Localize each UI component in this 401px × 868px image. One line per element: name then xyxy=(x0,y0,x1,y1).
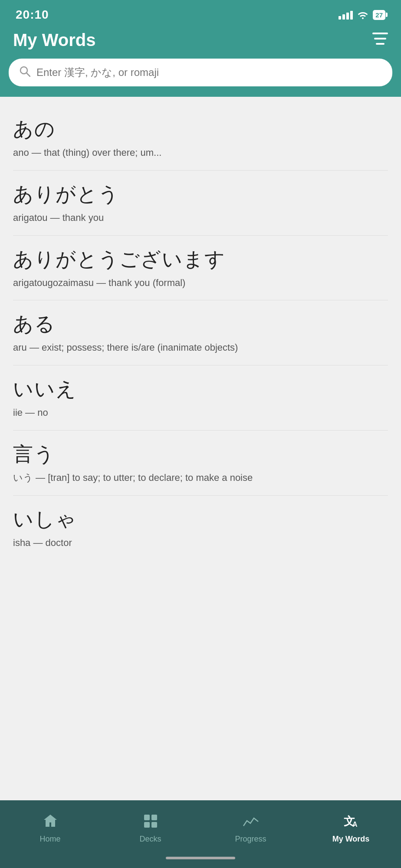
progress-icon xyxy=(243,814,259,831)
nav-item-home[interactable]: Home xyxy=(29,814,72,844)
home-indicator xyxy=(0,852,401,868)
word-definition: arigatou — thank you xyxy=(13,211,388,225)
word-list: あのano — that (thing) over there; um...あり… xyxy=(0,97,401,800)
filter-button[interactable] xyxy=(372,33,388,48)
nav-label-mywords: My Words xyxy=(332,835,370,844)
status-icons: 27 xyxy=(339,10,385,20)
battery-icon: 27 xyxy=(373,10,385,20)
search-input[interactable] xyxy=(36,66,382,79)
status-time: 20:10 xyxy=(16,8,49,22)
nav-label-progress: Progress xyxy=(235,835,266,844)
nav-item-progress[interactable]: Progress xyxy=(229,814,273,844)
word-definition: ano — that (thing) over there; um... xyxy=(13,146,388,160)
svg-rect-1 xyxy=(374,38,386,39)
nav-label-home: Home xyxy=(39,835,60,844)
svg-rect-2 xyxy=(376,43,385,45)
decks-icon xyxy=(143,814,158,831)
list-item[interactable]: ありがとうarigatou — thank you xyxy=(13,170,388,235)
bottom-nav: Home Decks Progress 文 A My Words xyxy=(0,800,401,852)
nav-item-mywords[interactable]: 文 A My Words xyxy=(329,814,373,844)
svg-rect-6 xyxy=(151,815,157,820)
svg-rect-7 xyxy=(144,822,150,828)
status-bar: 20:10 27 xyxy=(0,0,401,26)
nav-label-decks: Decks xyxy=(139,835,161,844)
word-definition: いう — [tran] to say; to utter; to declare… xyxy=(13,471,388,485)
list-item[interactable]: あのano — that (thing) over there; um... xyxy=(13,105,388,170)
svg-rect-5 xyxy=(144,815,150,820)
word-japanese: ありがとう xyxy=(13,181,388,208)
search-icon xyxy=(19,66,30,79)
word-japanese: ある xyxy=(13,311,388,338)
header: My Words xyxy=(0,26,401,59)
home-icon xyxy=(43,814,58,831)
list-item[interactable]: ありがとうございますarigatougozaimasu — thank you … xyxy=(13,235,388,300)
word-japanese: いしゃ xyxy=(13,506,388,533)
word-japanese: 言う xyxy=(13,441,388,468)
word-definition: arigatougozaimasu — thank you (formal) xyxy=(13,276,388,290)
svg-text:A: A xyxy=(352,821,358,828)
word-definition: aru — exist; possess; there is/are (inan… xyxy=(13,341,388,355)
word-japanese: いいえ xyxy=(13,376,388,403)
word-definition: isha — doctor xyxy=(13,536,388,550)
search-container xyxy=(0,59,401,97)
search-bar xyxy=(9,59,392,86)
svg-line-4 xyxy=(26,73,30,76)
wifi-icon xyxy=(357,10,368,20)
word-definition: iie — no xyxy=(13,406,388,420)
signal-icon xyxy=(339,10,353,20)
home-indicator-bar xyxy=(166,857,235,859)
page-title: My Words xyxy=(13,30,95,50)
list-item[interactable]: いいえiie — no xyxy=(13,365,388,430)
svg-rect-0 xyxy=(372,33,388,34)
word-japanese: ありがとうございます xyxy=(13,246,388,273)
word-japanese: あの xyxy=(13,116,388,143)
list-item[interactable]: 言ういう — [tran] to say; to utter; to decla… xyxy=(13,430,388,495)
mywords-icon: 文 A xyxy=(343,814,359,831)
nav-item-decks[interactable]: Decks xyxy=(129,814,172,844)
list-item[interactable]: いしゃisha — doctor xyxy=(13,495,388,560)
svg-rect-8 xyxy=(151,822,157,828)
list-item[interactable]: あるaru — exist; possess; there is/are (in… xyxy=(13,300,388,365)
